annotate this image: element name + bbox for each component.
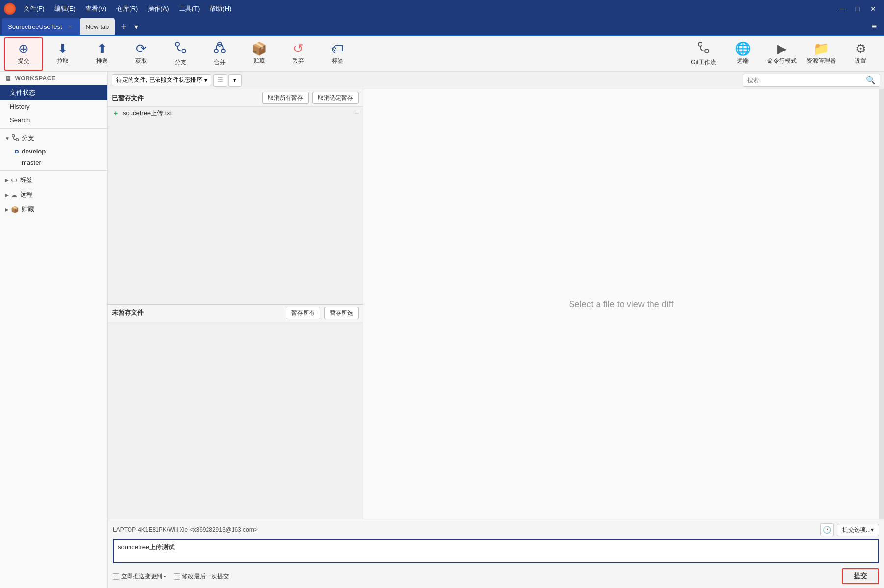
toolbar-terminal-button[interactable]: ▶ 命令行模式 [762, 37, 802, 71]
sidebar-item-search[interactable]: Search [0, 113, 107, 127]
search-input[interactable] [747, 77, 864, 84]
tab-sourcetree[interactable]: SourcetreeUseTest ✕ [2, 18, 80, 35]
sidebar-item-history[interactable]: History [0, 100, 107, 113]
tags-arrow-icon: ▶ [5, 178, 9, 183]
toolbar-pull-button[interactable]: ⬇ 拉取 [43, 37, 82, 71]
tag-label: 标签 [332, 57, 343, 65]
tags-icon: 🏷 [11, 177, 17, 184]
toolbar-explorer-button[interactable]: 📁 资源管理器 [802, 37, 841, 71]
sidebar-remotes-group[interactable]: ▶ ☁ 远程 [0, 187, 107, 202]
svg-point-1 [182, 49, 186, 53]
explorer-label: 资源管理器 [806, 57, 836, 65]
sidebar-stashes-group[interactable]: ▶ 📦 贮藏 [0, 202, 107, 217]
staged-file-item[interactable]: + soucetree上传.txt − [108, 107, 363, 120]
cancel-all-stash-button[interactable]: 取消所有暂存 [262, 92, 309, 104]
svg-point-0 [175, 42, 179, 46]
toolbar-commit-button[interactable]: ⊕ 提交 [4, 37, 43, 71]
commit-history-button[interactable]: 🕐 [820, 523, 834, 536]
workspace-header: 🖥 WORKSPACE [0, 72, 107, 85]
commit-user-row: LAPTOP-4K1E81PK\Will Xie <x369282913@163… [113, 523, 879, 536]
menu-repo[interactable]: 仓库(R) [112, 3, 142, 14]
titlebar: 文件(F) 编辑(E) 查看(V) 仓库(R) 操作(A) 工具(T) 帮助(H… [0, 0, 884, 18]
toolbar-stash-button[interactable]: 📦 贮藏 [239, 37, 279, 71]
push-after-commit-checkbox-label[interactable]: ☐ 立即推送变更到 - [113, 572, 166, 581]
toolbar-tag-button[interactable]: 🏷 标签 [318, 37, 357, 71]
sort-dropdown[interactable]: 待定的文件, 已依照文件状态排序 ▾ [112, 74, 211, 86]
menu-tools[interactable]: 工具(T) [175, 3, 204, 14]
push-label: 推送 [96, 57, 108, 65]
toolbar-discard-button[interactable]: ↺ 丢弃 [279, 37, 318, 71]
branches-arrow-icon: ▼ [5, 136, 10, 141]
app-logo [4, 3, 16, 15]
fetch-label: 获取 [135, 57, 147, 65]
settings-label: 设置 [855, 57, 866, 65]
stashes-group-label: 贮藏 [22, 205, 34, 214]
hamburger-menu-button[interactable]: ≡ [866, 19, 882, 34]
push-after-commit-checkbox[interactable]: ☐ [113, 573, 119, 580]
stash-label: 贮藏 [253, 57, 265, 65]
branch-label: 分支 [175, 58, 186, 67]
list-view-button[interactable]: ☰ [213, 74, 227, 87]
commit-message-input[interactable]: souncetree上传测试 [113, 539, 879, 563]
stage-all-button[interactable]: 暂存所有 [286, 307, 320, 319]
stage-selected-button[interactable]: 暂存所选 [324, 307, 359, 319]
window-controls: ─ □ ✕ [835, 3, 880, 15]
sidebar-branch-master[interactable]: master [0, 157, 107, 168]
toolbar-merge-button[interactable]: 合并 [200, 37, 239, 71]
remotes-group-label: 远程 [20, 190, 33, 199]
minimize-button[interactable]: ─ [835, 3, 849, 15]
toolbar-branch-button[interactable]: 分支 [161, 37, 200, 71]
push-after-commit-label: 立即推送变更到 - [121, 572, 166, 581]
branch-icon [174, 41, 187, 56]
grid-view-button[interactable]: ▾ [228, 74, 242, 87]
staged-header: 已暂存文件 取消所有暂存 取消选定暂存 [108, 89, 363, 107]
toolbar-gitflow-button[interactable]: Git工作流 [684, 37, 723, 71]
amend-commit-checkbox-label[interactable]: ☐ 修改最后一次提交 [174, 572, 229, 581]
remote-label: 远端 [737, 57, 749, 65]
staged-files-list: + soucetree上传.txt − [108, 107, 363, 304]
toolbar-settings-button[interactable]: ⚙ 设置 [841, 37, 880, 71]
sidebar-branches-group[interactable]: ▼ 分支 [0, 131, 107, 146]
commit-options-button[interactable]: 提交选项... ▾ [837, 524, 879, 536]
new-tab-button[interactable]: + [117, 20, 130, 33]
toolbar-fetch-button[interactable]: ⟳ 获取 [122, 37, 161, 71]
file-status-label: 文件状态 [10, 88, 35, 97]
menu-edit[interactable]: 编辑(E) [51, 3, 79, 14]
menu-view[interactable]: 查看(V) [81, 3, 110, 14]
commit-footer: ☐ 立即推送变更到 - ☐ 修改最后一次提交 提交 [113, 568, 879, 584]
commit-submit-button[interactable]: 提交 [842, 568, 879, 584]
cancel-selected-stash-button[interactable]: 取消选定暂存 [312, 92, 359, 104]
remote-icon: 🌐 [735, 42, 751, 55]
menu-help[interactable]: 帮助(H) [206, 3, 235, 14]
menu-file[interactable]: 文件(F) [20, 3, 49, 14]
staged-files-section: 已暂存文件 取消所有暂存 取消选定暂存 + soucetree上传.txt − [108, 89, 363, 305]
svg-point-6 [705, 49, 709, 53]
tab-dropdown-button[interactable]: ▾ [130, 20, 142, 33]
toolbar-push-button[interactable]: ⬆ 推送 [82, 37, 122, 71]
amend-commit-checkbox[interactable]: ☐ [174, 573, 180, 580]
file-list-header: 待定的文件, 已依照文件状态排序 ▾ ☰ ▾ 🔍 [108, 72, 884, 89]
diff-view-pane: Select a file to view the diff [363, 89, 879, 519]
close-button[interactable]: ✕ [866, 3, 880, 15]
unstaged-files-section: 未暂存文件 暂存所有 暂存所选 [108, 305, 363, 519]
sidebar-item-file-status[interactable]: 文件状态 [0, 85, 107, 100]
maximize-button[interactable]: □ [851, 3, 864, 15]
scrollbar[interactable] [879, 89, 884, 519]
sidebar-branch-develop[interactable]: develop [0, 146, 107, 157]
stashes-icon: 📦 [11, 206, 19, 213]
toolbar-remote-button[interactable]: 🌐 远端 [723, 37, 762, 71]
gitflow-label: Git工作流 [691, 58, 716, 67]
tag-icon: 🏷 [331, 42, 344, 55]
menu-actions[interactable]: 操作(A) [144, 3, 173, 14]
tab-newtab[interactable]: New tab [80, 18, 115, 35]
staged-title: 已暂存文件 [112, 94, 259, 102]
search-icon: 🔍 [866, 76, 876, 85]
explorer-icon: 📁 [813, 42, 829, 55]
content-area: 待定的文件, 已依照文件状态排序 ▾ ☰ ▾ 🔍 已暂存文件 取消所有暂存 [108, 72, 884, 588]
unstaged-header: 未暂存文件 暂存所有 暂存所选 [108, 305, 363, 322]
tab-sourcetree-close[interactable]: ✕ [66, 23, 74, 30]
file-remove-icon[interactable]: − [354, 109, 359, 118]
commit-options-arrow: ▾ [871, 526, 874, 533]
sidebar-tags-group[interactable]: ▶ 🏷 标签 [0, 173, 107, 187]
branches-icon [12, 134, 19, 143]
